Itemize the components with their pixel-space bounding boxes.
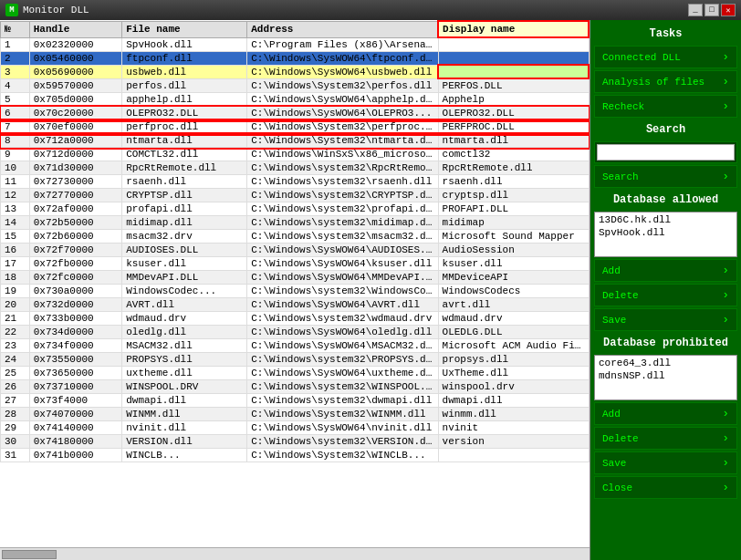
add-prohibited-arrow: ›: [722, 407, 729, 420]
save-prohibited-label: Save: [602, 458, 626, 469]
col-header-filename: File name: [122, 21, 247, 37]
recheck-arrow: ›: [722, 99, 729, 113]
app-icon: M: [5, 4, 18, 16]
col-header-num: №: [1, 21, 30, 37]
analysis-button[interactable]: Analysis of files ›: [594, 70, 737, 93]
save-prohibited-button[interactable]: Save ›: [594, 451, 737, 474]
close-arrow: ›: [722, 481, 729, 494]
table-row[interactable]: 40x59570000perfos.dllC:\Windows\System32…: [1, 78, 590, 93]
table-row[interactable]: 180x72fc0000MMDevAPI.DLLC:\Windows\SysWO…: [1, 271, 590, 285]
add-allowed-label: Add: [602, 265, 621, 276]
close-button[interactable]: Close ›: [594, 476, 737, 499]
table-row[interactable]: 30x05690000usbweb.dllC:\Windows\SysWOW64…: [1, 65, 590, 78]
col-header-handle: Handle: [29, 21, 121, 37]
connected-dll-button[interactable]: Connected DLL ›: [594, 46, 737, 68]
save-allowed-label: Save: [602, 315, 626, 326]
table-row[interactable]: 270x73f4000dwmapi.dllC:\Windows\system32…: [1, 394, 590, 408]
delete-prohibited-label: Delete: [602, 433, 639, 444]
analysis-arrow: ›: [722, 75, 729, 88]
close-label: Close: [602, 482, 632, 493]
table-row[interactable]: 240x73550000PROPSYS.dllC:\Windows\system…: [1, 353, 590, 367]
table-row[interactable]: 60x70c20000OLEPRO32.DLLC:\Windows\SysWOW…: [1, 107, 590, 120]
table-container[interactable]: № Handle File name Address Display name …: [0, 20, 590, 547]
save-allowed-arrow: ›: [722, 313, 729, 327]
close-window-button[interactable]: ✕: [721, 4, 736, 16]
table-row[interactable]: 290x74140000nvinit.dllC:\Windows\SysWOW6…: [1, 421, 590, 435]
table-row[interactable]: 80x712a0000ntmarta.dllC:\Windows\System3…: [1, 134, 590, 148]
table-row[interactable]: 310x741b0000WINCLB...C:\Windows\System32…: [1, 449, 590, 462]
col-header-address: Address: [247, 21, 438, 37]
table-row[interactable]: 150x72b60000msacm32.drvC:\Windows\system…: [1, 230, 590, 244]
left-panel: № Handle File name Address Display name …: [0, 20, 590, 560]
table-row[interactable]: 160x72f70000AUDIOSES.DLLC:\Windows\SysWO…: [1, 244, 590, 257]
add-allowed-button[interactable]: Add ›: [594, 259, 737, 282]
table-row[interactable]: 70x70ef0000perfproc.dllC:\Windows\System…: [1, 120, 590, 134]
add-allowed-arrow: ›: [722, 264, 729, 277]
connected-dll-label: Connected DLL: [602, 52, 681, 63]
search-button-label: Search: [602, 171, 639, 182]
table-row[interactable]: 250x73650000uxtheme.dllC:\Windows\SysWOW…: [1, 367, 590, 380]
prohibited-list-item[interactable]: mdnsNSP.dll: [596, 369, 736, 382]
allowed-list-item[interactable]: SpvHook.dll: [596, 226, 736, 239]
recheck-button[interactable]: Recheck ›: [594, 95, 737, 118]
connected-dll-arrow: ›: [722, 50, 729, 64]
table-row[interactable]: 200x732d0000AVRT.dllC:\Windows\SysWOW64\…: [1, 298, 590, 312]
prohibited-list-item[interactable]: core64_3.dll: [596, 357, 736, 369]
horizontal-scrollbar[interactable]: [0, 547, 590, 560]
delete-allowed-button[interactable]: Delete ›: [594, 284, 737, 306]
table-row[interactable]: 130x72af0000profapi.dllC:\Windows\system…: [1, 202, 590, 216]
table-scroll-wrapper: № Handle File name Address Display name …: [0, 20, 590, 547]
table-row[interactable]: 170x72fb0000ksuser.dllC:\Windows\SysWOW6…: [1, 257, 590, 271]
table-row[interactable]: 10x02320000SpvHook.dllC:\Program Files (…: [1, 37, 590, 51]
dll-table: № Handle File name Address Display name …: [0, 20, 590, 462]
h-scroll-thumb[interactable]: [2, 550, 57, 559]
table-row[interactable]: 140x72b50000midimap.dllC:\Windows\system…: [1, 216, 590, 230]
prohibited-list[interactable]: core64_3.dllmdnsNSP.dll: [594, 355, 737, 400]
window-title: Monitor DLL: [23, 5, 688, 16]
table-row[interactable]: 110x72730000rsaenh.dllC:\Windows\system3…: [1, 175, 590, 189]
allowed-list[interactable]: 13D6C.hk.dllSpvHook.dll: [594, 212, 737, 257]
search-title: Search: [594, 119, 737, 140]
add-prohibited-button[interactable]: Add ›: [594, 402, 737, 425]
table-row[interactable]: 190x730a0000WindowsCodec...C:\Windows\sy…: [1, 285, 590, 298]
search-button[interactable]: Search ›: [594, 165, 737, 188]
title-bar: M Monitor DLL _ □ ✕: [0, 0, 741, 20]
db-prohibited-title: Database prohibited: [594, 333, 737, 353]
table-row[interactable]: 100x71d30000RpcRtRemote.dllC:\Windows\sy…: [1, 161, 590, 175]
delete-prohibited-button[interactable]: Delete ›: [594, 427, 737, 450]
table-row[interactable]: 300x74180000VERSION.dllC:\Windows\system…: [1, 435, 590, 449]
col-header-display: Display name: [438, 21, 589, 37]
table-row[interactable]: 50x705d0000apphelp.dllC:\Windows\SysWOW6…: [1, 93, 590, 107]
table-row[interactable]: 230x734f0000MSACM32.dllC:\Windows\SysWOW…: [1, 339, 590, 353]
table-row[interactable]: 260x73710000WINSPOOL.DRVC:\Windows\syste…: [1, 380, 590, 394]
add-prohibited-label: Add: [602, 409, 621, 420]
recheck-label: Recheck: [602, 101, 644, 112]
table-row[interactable]: 210x733b0000wdmaud.drvC:\Windows\system3…: [1, 312, 590, 326]
delete-prohibited-arrow: ›: [722, 431, 729, 445]
table-row[interactable]: 220x734d0000oledlg.dllC:\Windows\SysWOW6…: [1, 326, 590, 339]
table-row[interactable]: 280x74070000WINMM.dllC:\Windows\System32…: [1, 408, 590, 421]
minimize-button[interactable]: _: [688, 4, 703, 16]
search-arrow: ›: [722, 170, 729, 183]
save-prohibited-arrow: ›: [722, 456, 729, 470]
table-row[interactable]: 20x05460000ftpconf.dllC:\Windows\SysWOW6…: [1, 51, 590, 65]
window-controls: _ □ ✕: [688, 4, 736, 16]
table-row[interactable]: 120x72770000CRYPTSP.dllC:\Windows\system…: [1, 189, 590, 202]
allowed-list-item[interactable]: 13D6C.hk.dll: [596, 213, 736, 226]
db-allowed-title: Database allowed: [594, 190, 737, 210]
search-input[interactable]: [597, 144, 735, 161]
maximize-button[interactable]: □: [704, 4, 719, 16]
table-row[interactable]: 90x712d0000COMCTL32.dllC:\Windows\WinSxS…: [1, 148, 590, 161]
search-box: [594, 141, 737, 163]
save-allowed-button[interactable]: Save ›: [594, 308, 737, 331]
analysis-label: Analysis of files: [602, 77, 704, 88]
right-panel: Tasks Connected DLL › Analysis of files …: [590, 20, 741, 560]
delete-allowed-label: Delete: [602, 290, 639, 301]
main-container: № Handle File name Address Display name …: [0, 20, 741, 560]
tasks-title: Tasks: [594, 24, 737, 44]
delete-allowed-arrow: ›: [722, 288, 729, 302]
